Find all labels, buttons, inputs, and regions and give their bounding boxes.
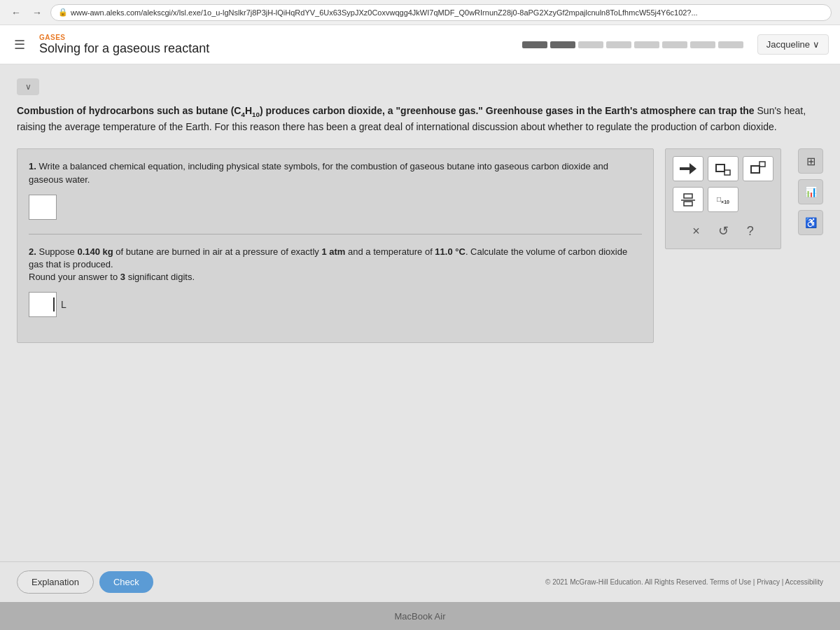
problem-left: 1. Write a balanced chemical equation, i… [17, 148, 654, 343]
progress-segment-3 [578, 41, 603, 48]
arrow-button[interactable] [673, 156, 704, 181]
help-icon: ? [747, 224, 754, 238]
subscript-button[interactable] [708, 156, 738, 181]
fraction-icon [678, 191, 698, 208]
chart-icon-button[interactable]: 📊 [798, 179, 823, 204]
times10-label: □×10 [717, 195, 729, 204]
question-2-input[interactable] [29, 292, 57, 317]
user-name: Jacqueline [766, 39, 810, 50]
undo-icon: ↺ [718, 224, 729, 238]
question-2-text: 2. Suppose 0.140 kg of butane are burned… [29, 246, 642, 284]
hamburger-button[interactable]: ☰ [11, 34, 28, 55]
question-1-input[interactable] [29, 195, 57, 220]
question-1-text: 1. Write a balanced chemical equation, i… [29, 160, 642, 186]
section-label: GASES [39, 34, 522, 41]
content-area: ∨ Combustion of hydrocarbons such as but… [0, 64, 840, 561]
accessibility-icon: ♿ [805, 217, 817, 228]
back-button[interactable]: ← [8, 6, 24, 20]
undo-button[interactable]: ↺ [713, 220, 734, 241]
app-wrapper: ☰ GASES Solving for a gaseous reactant J… [0, 25, 840, 602]
action-row: × ↺ ? [673, 220, 774, 241]
progress-bar [522, 41, 743, 48]
question-1-number: 1. [29, 161, 38, 172]
app-header: ☰ GASES Solving for a gaseous reactant J… [0, 25, 840, 64]
question-1-block: 1. Write a balanced chemical equation, i… [29, 160, 642, 219]
question-2-input-area: L [29, 292, 642, 317]
grid-icon-button[interactable]: ⊞ [798, 148, 823, 174]
url-text: www-awn.aleks.com/alekscgi/x/lsl.exe/1o_… [71, 8, 698, 17]
svg-rect-6 [684, 194, 692, 198]
question-2-block: 2. Suppose 0.140 kg of butane are burned… [29, 246, 642, 318]
right-icons: ⊞ 📊 ♿ [798, 148, 823, 235]
close-icon: × [692, 224, 700, 238]
question-2-sigfigs: Round your answer to 3 significant digit… [29, 272, 195, 282]
forward-button[interactable]: → [29, 6, 45, 20]
question-1-answer-area [29, 195, 642, 220]
footer: Explanation Check © 2021 McGraw-Hill Edu… [0, 561, 840, 602]
intro-text: Combustion of hydrocarbons such as butan… [17, 104, 823, 134]
progress-segment-6 [662, 41, 687, 48]
arrow-right-icon [678, 160, 698, 177]
header-title-area: GASES Solving for a gaseous reactant [39, 34, 522, 56]
svg-rect-0 [680, 167, 691, 170]
math-row-1 [673, 156, 774, 181]
svg-rect-3 [724, 170, 730, 175]
url-bar[interactable]: 🔒 www-awn.aleks.com/alekscgi/x/lsl.exe/1… [50, 4, 832, 21]
close-button[interactable]: × [687, 221, 706, 241]
superscript-button[interactable] [743, 156, 774, 181]
divider [29, 234, 642, 234]
fraction-button[interactable] [673, 187, 704, 212]
svg-rect-8 [684, 202, 692, 206]
progress-segment-4 [606, 41, 631, 48]
question-2-number: 2. [29, 246, 38, 257]
intro-bold: Combustion of hydrocarbons such as butan… [17, 105, 755, 116]
svg-rect-5 [760, 162, 765, 167]
svg-marker-1 [690, 163, 696, 174]
footer-copyright: © 2021 McGraw-Hill Education. All Rights… [159, 578, 823, 586]
svg-rect-4 [751, 166, 760, 173]
problem-container: 1. Write a balanced chemical equation, i… [17, 148, 823, 343]
page-title: Solving for a gaseous reactant [39, 41, 522, 56]
collapse-button[interactable]: ∨ [17, 78, 39, 95]
grid-icon: ⊞ [806, 155, 816, 168]
progress-segment-5 [634, 41, 659, 48]
unit-label: L [61, 299, 66, 310]
help-button[interactable]: ? [741, 221, 760, 241]
math-toolbar: □×10 × ↺ ? [665, 148, 781, 249]
progress-segment-2 [550, 41, 575, 48]
collapse-icon: ∨ [25, 82, 31, 92]
accessibility-icon-button[interactable]: ♿ [798, 210, 823, 235]
progress-segment-7 [690, 41, 715, 48]
superscript-icon [748, 160, 768, 177]
progress-segment-8 [718, 41, 743, 48]
svg-rect-2 [716, 164, 724, 172]
times10-button[interactable]: □×10 [708, 187, 738, 212]
check-button[interactable]: Check [99, 571, 153, 593]
question-1-body: Write a balanced chemical equation, incl… [29, 161, 608, 184]
macbook-label: MacBook Air [395, 611, 446, 622]
subscript-icon [713, 160, 733, 177]
chart-icon: 📊 [805, 186, 817, 197]
macbook-bar: MacBook Air [0, 602, 840, 630]
user-menu[interactable]: Jacqueline ∨ [757, 34, 829, 55]
lock-icon: 🔒 [58, 8, 68, 17]
explanation-button[interactable]: Explanation [17, 570, 94, 594]
math-row-2: □×10 [673, 187, 774, 212]
browser-bar: ← → 🔒 www-awn.aleks.com/alekscgi/x/lsl.e… [0, 0, 840, 25]
user-chevron-icon: ∨ [813, 39, 820, 50]
progress-segment-1 [522, 41, 547, 48]
text-cursor [53, 298, 55, 312]
question-2-body: Suppose 0.140 kg of butane are burned in… [29, 246, 627, 270]
